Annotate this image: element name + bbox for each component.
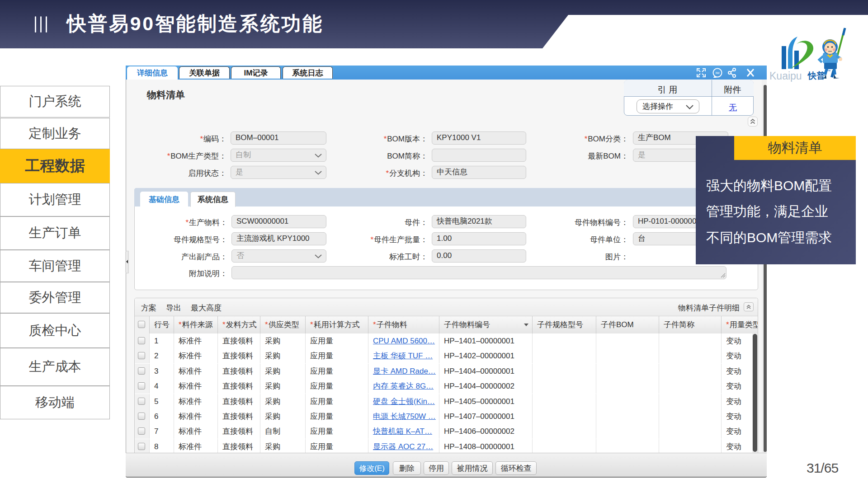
svg-text:快普: 快普 [807, 70, 825, 80]
svg-text:IM: IM [716, 71, 720, 75]
svg-text:Kuaipu: Kuaipu [769, 70, 802, 82]
